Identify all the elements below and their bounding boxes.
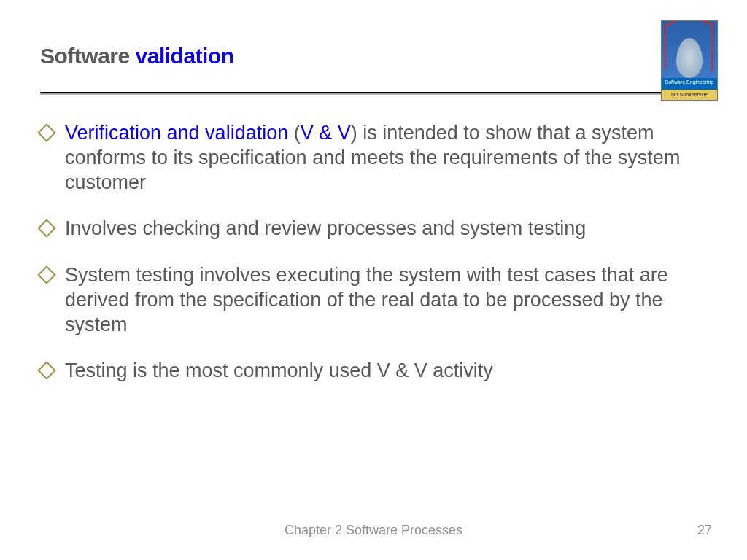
bullet-item: Involves checking and review processes a… xyxy=(40,217,707,241)
slide-body: Verification and validation (V & V) is i… xyxy=(40,121,707,384)
title-divider xyxy=(40,92,707,95)
footer-page-number: 27 xyxy=(697,523,712,538)
diamond-bullet-icon xyxy=(37,265,55,284)
bullet-text: Testing is the most commonly used V & V … xyxy=(62,359,707,384)
slide-title: Software validation xyxy=(40,44,234,69)
book-author: Ian Sommerville xyxy=(662,90,717,100)
bullet-text: Verification and validation (V & V) is i… xyxy=(62,121,707,195)
title-part2: validation xyxy=(136,44,234,68)
bullet-item: Testing is the most commonly used V & V … xyxy=(40,359,707,384)
bullet-text-segment: Testing is the most commonly used V & V … xyxy=(65,359,493,381)
bullet-text: Involves checking and review processes a… xyxy=(62,217,707,241)
header-row: Software validation xyxy=(40,44,707,69)
bullet-text: System testing involves executing the sy… xyxy=(62,263,707,337)
bullet-text-segment: System testing involves executing the sy… xyxy=(65,264,668,335)
title-part1: Software xyxy=(40,44,136,68)
diamond-bullet-icon xyxy=(37,219,55,238)
diamond-bullet-icon xyxy=(37,123,55,141)
diamond-bullet-icon xyxy=(37,362,55,380)
bullet-item: System testing involves executing the sy… xyxy=(40,263,707,337)
book-title: Software Engineering xyxy=(662,78,717,90)
slide: Software validation Software Engineering… xyxy=(0,0,747,560)
bullet-text-segment: Involves checking and review processes a… xyxy=(65,217,586,239)
book-cover-image: Software Engineering Ian Sommerville xyxy=(661,20,718,101)
bullet-item: Verification and validation (V & V) is i… xyxy=(40,121,707,195)
bullet-text-segment: V & V xyxy=(301,122,351,144)
bullet-text-segment: Verification and validation xyxy=(65,122,288,144)
bullet-text-segment: ( xyxy=(288,122,301,144)
footer-chapter: Chapter 2 Software Processes xyxy=(0,523,747,538)
